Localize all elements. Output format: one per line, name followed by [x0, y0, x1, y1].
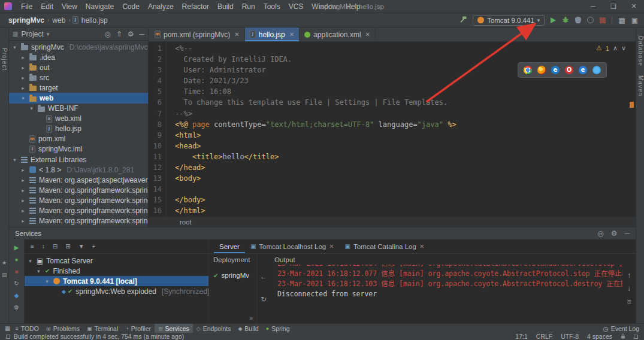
close-icon[interactable]: ✕ — [234, 31, 239, 38]
event-log-button[interactable]: ◷ Event Log — [603, 325, 639, 332]
toolwindow-button-profiler[interactable]: ◔Profiler — [122, 324, 155, 333]
run-configuration-selector[interactable]: Tomcat 9.0.441 ▾ — [473, 15, 545, 26]
window-icon[interactable]: ▣ — [631, 17, 638, 24]
close-icon[interactable]: ✕ — [289, 31, 294, 38]
menu-code[interactable]: Code — [118, 2, 144, 11]
chevron-icon[interactable]: ▾ — [11, 157, 18, 163]
deploy-icon[interactable]: ◆ — [14, 292, 19, 299]
chevron-icon[interactable]: ▾ — [27, 258, 34, 264]
run-icon[interactable]: ▶ — [14, 244, 19, 251]
chevron-icon[interactable]: ▾ — [28, 105, 35, 111]
more-chevron-icon[interactable]: » — [249, 314, 253, 321]
layout-icon[interactable]: ▦ — [618, 17, 625, 24]
breadcrumb-root[interactable]: root — [180, 218, 192, 226]
chevron-icon[interactable]: ▸ — [20, 198, 26, 204]
toolwindow-button-spring[interactable]: ●Spring — [262, 324, 294, 333]
project-tree-item[interactable]: mpom.xml — [9, 134, 148, 144]
toolwindow-switcher-icon[interactable]: ▦ — [5, 326, 10, 332]
safari-icon[interactable] — [592, 66, 601, 74]
collapse-icon[interactable]: ⊟ — [53, 244, 58, 250]
menu-file[interactable]: File — [17, 2, 37, 11]
menu-view[interactable]: View — [58, 2, 81, 11]
settings-icon[interactable]: ⚙ — [611, 230, 618, 237]
settings-icon[interactable]: ⚙ — [128, 31, 134, 38]
close-icon[interactable]: ✕ — [365, 31, 370, 38]
locate-icon[interactable]: ◎ — [104, 31, 110, 38]
next-issue-icon[interactable]: ∨ — [621, 44, 626, 52]
services-tree-item[interactable]: ◆✔springMvc:Web exploded[Synchronized] — [25, 286, 208, 296]
project-tree-item[interactable]: ▾WEB-INF — [9, 104, 148, 114]
chevron-icon[interactable]: ▸ — [20, 187, 26, 193]
chevron-icon[interactable]: ▾ — [20, 95, 26, 101]
favorites-icon[interactable]: ★ — [2, 260, 7, 266]
chevron-icon[interactable]: ▸ — [20, 208, 26, 214]
settings-icon[interactable]: ⚙ — [14, 304, 19, 311]
menu-navigate[interactable]: Navigate — [81, 2, 118, 11]
project-stripe-tab[interactable]: Project — [1, 48, 8, 71]
log-tab-server[interactable]: Server — [214, 239, 245, 253]
build-hammer-icon[interactable] — [459, 16, 467, 25]
soft-wrap-icon[interactable]: ≡ — [627, 298, 631, 305]
scrollbar-warning-marker[interactable] — [630, 102, 634, 108]
editor-body[interactable]: 12345678910111213141516 <%-- Created by … — [149, 42, 636, 217]
editor-tab-application-xml[interactable]: application.xml✕ — [300, 28, 376, 41]
toolwindow-button-todo[interactable]: ≡TODO — [11, 324, 42, 333]
deploy-arrow-icon[interactable]: ← — [260, 273, 267, 280]
structure-icon[interactable]: ▤ — [2, 272, 7, 278]
chevron-icon[interactable]: ▸ — [20, 75, 26, 81]
chevron-icon[interactable]: ▾ — [44, 278, 50, 284]
close-icon[interactable]: ✕ — [419, 243, 424, 250]
debug-button[interactable] — [562, 16, 569, 25]
project-tree-item[interactable]: ▸out — [9, 62, 148, 72]
add-icon[interactable]: + — [92, 244, 96, 250]
services-tree-item[interactable]: ▾▣Tomcat Server — [25, 256, 208, 266]
maximize-button[interactable]: ❑ — [603, 0, 624, 13]
status-message[interactable]: Build completed successfully in 4 sec, 7… — [14, 333, 184, 340]
chevron-icon[interactable]: ▾ — [35, 268, 42, 274]
menu-vcs[interactable]: VCS — [285, 2, 308, 11]
menu-analyze[interactable]: Analyze — [144, 2, 178, 11]
close-icon[interactable]: ✕ — [329, 243, 334, 250]
stop-icon[interactable]: ■ — [14, 268, 18, 275]
edge-icon[interactable]: e — [551, 66, 560, 74]
project-tree-item[interactable]: ▸Maven: org.springframework:spring — [9, 216, 148, 226]
chevron-icon[interactable]: ▸ — [20, 177, 26, 183]
project-tree-item[interactable]: Jhello.jsp — [9, 124, 148, 134]
chevron-icon[interactable]: ▾ — [11, 44, 18, 50]
chevron-down-icon[interactable]: ▾ — [47, 31, 50, 37]
services-tree-item[interactable]: ▾Tomcat 9.0.441 [local] — [25, 276, 208, 286]
toolwindow-button-services[interactable]: ⊞Services — [155, 324, 193, 333]
menu-edit[interactable]: Edit — [37, 2, 58, 11]
sort-icon[interactable]: ↕ — [42, 244, 45, 250]
menu-tools[interactable]: Tools — [259, 2, 285, 11]
project-tree-item[interactable]: ▸target — [9, 83, 148, 93]
group-icon[interactable]: ≡ — [31, 244, 34, 250]
scroll-up-icon[interactable]: ↑ — [627, 272, 631, 279]
database-stripe-tab[interactable]: Database — [637, 36, 644, 66]
minimize-button[interactable]: ─ — [583, 0, 603, 13]
indent-setting[interactable]: 4 spaces — [587, 333, 612, 340]
hide-panel-icon[interactable]: ─ — [139, 31, 144, 38]
chevron-icon[interactable]: ▸ — [20, 218, 26, 224]
console-output[interactable]: 23-Mar-2021 16:18:12.064 信息 [main] org.a… — [270, 265, 622, 299]
deployment-item[interactable]: ✔ springMv — [209, 263, 256, 279]
toolwindow-button-problems[interactable]: ◎Problems — [43, 324, 83, 333]
menu-run[interactable]: Run — [238, 2, 259, 11]
services-title[interactable]: Services — [15, 230, 41, 237]
project-tree-item[interactable]: ▸.idea — [9, 52, 148, 62]
chevron-icon[interactable]: ▸ — [20, 85, 26, 91]
toolwindow-button-endpoints[interactable]: ◇Endpoints — [193, 324, 235, 333]
caret-position[interactable]: 17:1 — [515, 333, 527, 340]
project-tree-item[interactable]: ▾web — [9, 93, 148, 103]
editor-tab-hello-jsp[interactable]: Jhello.jsp✕ — [245, 28, 300, 41]
scroll-down-icon[interactable]: ↓ — [627, 285, 631, 292]
file-encoding[interactable]: UTF-8 — [561, 333, 579, 340]
collapse-all-icon[interactable]: ⇑ — [116, 31, 122, 38]
prev-issue-icon[interactable]: ∧ — [613, 44, 618, 52]
project-tree-item[interactable]: ▾springMvcD:\codes\java\springMvc — [9, 42, 148, 52]
editor-tab-pom-xml-springmvc-[interactable]: mpom.xml (springMvc)✕ — [150, 28, 245, 41]
chevron-icon[interactable]: ▸ — [20, 167, 26, 173]
expand-icon[interactable]: ⊞ — [65, 244, 70, 250]
inspection-widget[interactable]: ⚠ 1 ∧ ∨ — [596, 44, 626, 52]
stop-button[interactable] — [600, 17, 606, 23]
